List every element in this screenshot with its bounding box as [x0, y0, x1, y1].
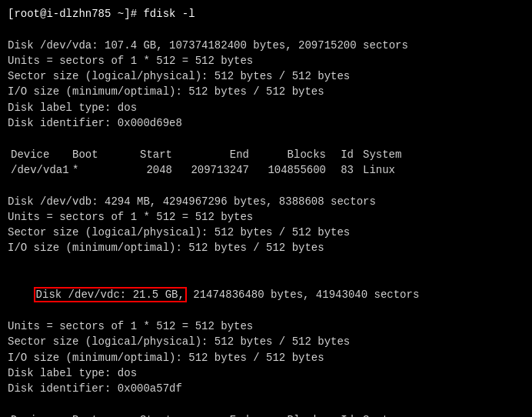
table1-header-boot: Boot: [72, 147, 109, 162]
table1-row-start: 2048: [109, 162, 178, 178]
vdb-disk-line: Disk /dev/vdb: 4294 MB, 4294967296 bytes…: [8, 194, 524, 209]
blank-line-2: [8, 131, 524, 146]
vda-disk-line: Disk /dev/vda: 107.4 GB, 107374182400 by…: [8, 38, 524, 53]
vda-label-type-line: Disk label type: dos: [8, 100, 524, 115]
vdc-units-line: Units = sectors of 1 * 512 = 512 bytes: [8, 319, 524, 334]
blank-line-5: [8, 396, 524, 412]
vdc-io-size-line: I/O size (minimum/optimal): 512 bytes / …: [8, 350, 524, 365]
prompt-line: [root@i-dlzhn785 ~]# fdisk -l: [8, 6, 524, 22]
vda-sector-size-line: Sector size (logical/physical): 512 byte…: [8, 68, 524, 84]
table1-header-device: Device: [11, 147, 72, 162]
table1-row: /dev/vda1 * 2048 209713247 104855600 83 …: [11, 162, 524, 178]
table2-header-boot: Boot: [72, 412, 109, 417]
table2-header-system: System: [360, 412, 414, 417]
vdc-line-suffix: 21474836480 bytes, 41943040 sectors: [187, 289, 419, 301]
vdb-io-size-line: I/O size (minimum/optimal): 512 bytes / …: [8, 240, 524, 255]
table1-header-system: System: [360, 147, 414, 162]
vdc-highlight: Disk /dev/vdc: 21.5 GB,: [34, 287, 187, 302]
vdc-identifier-line: Disk identifier: 0x000a57df: [8, 381, 524, 396]
blank-line-4: [8, 256, 524, 272]
table1-header-start: Start: [109, 147, 178, 162]
table2-header-start: Start: [109, 412, 178, 417]
table1-header: Device Boot Start End Blocks Id System: [11, 147, 524, 162]
table1-row-id: 83: [332, 162, 360, 178]
table1-row-blocks: 104855600: [255, 162, 332, 178]
vdb-sector-size-line: Sector size (logical/physical): 512 byte…: [8, 225, 524, 240]
vdc-label-type-line: Disk label type: dos: [8, 365, 524, 381]
vdb-units-line: Units = sectors of 1 * 512 = 512 bytes: [8, 209, 524, 225]
vda-identifier-line: Disk identifier: 0x000d69e8: [8, 115, 524, 131]
table1-row-end: 209713247: [178, 162, 255, 178]
blank-line-1: [8, 22, 524, 37]
table2-header-end: End: [178, 412, 255, 417]
table1-header-blocks: Blocks: [255, 147, 332, 162]
vda-io-size-line: I/O size (minimum/optimal): 512 bytes / …: [8, 84, 524, 99]
blank-line-3: [8, 178, 524, 193]
table1-header-id: Id: [332, 147, 360, 162]
vdc-sector-size-line: Sector size (logical/physical): 512 byte…: [8, 334, 524, 349]
vda-units-line: Units = sectors of 1 * 512 = 512 bytes: [8, 53, 524, 68]
table1-row-device: /dev/vda1: [11, 162, 72, 178]
table1-row-boot: *: [72, 162, 109, 178]
table2-header: Device Boot Start End Blocks Id System: [11, 412, 524, 417]
table2-header-device: Device: [11, 412, 72, 417]
table2-header-blocks: Blocks: [255, 412, 332, 417]
table1-row-system: Linux: [360, 162, 414, 178]
terminal: [root@i-dlzhn785 ~]# fdisk -l Disk /dev/…: [0, 0, 532, 417]
table1-header-end: End: [178, 147, 255, 162]
vdc-disk-line: Disk /dev/vdc: 21.5 GB, 21474836480 byte…: [8, 272, 524, 319]
table2-header-id: Id: [332, 412, 360, 417]
